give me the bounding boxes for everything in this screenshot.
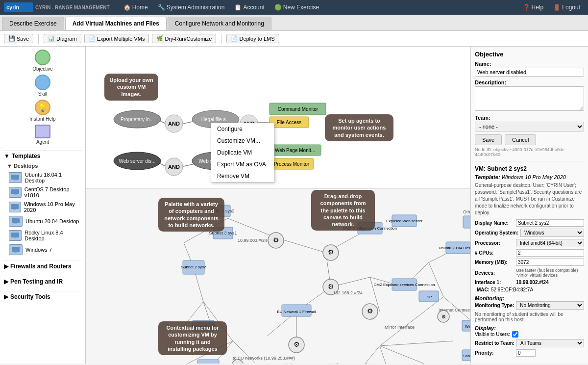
- svg-line-72: [380, 341, 453, 346]
- nav-account[interactable]: 📋 Account: [230, 3, 268, 12]
- desktops-toggle[interactable]: ▼Desktops: [7, 161, 82, 170]
- svg-text:Web Page Monit...: Web Page Monit...: [275, 148, 315, 153]
- vm-icon: [9, 202, 21, 212]
- save-button[interactable]: 💾 Save: [4, 34, 33, 43]
- priority-input[interactable]: [516, 349, 536, 357]
- vm-memory-row: Memory (MB):: [475, 259, 584, 266]
- svg-text:ISP: ISP: [426, 295, 432, 299]
- firewalls-section: ▶Firewalls and Routers: [0, 259, 85, 274]
- objective-save-button[interactable]: Save: [475, 134, 502, 145]
- nav-help[interactable]: ❓ Help: [519, 3, 548, 12]
- vm-section: VM: Subnet 2 sys2 Template: Windows 10 P…: [475, 165, 584, 357]
- firewalls-toggle[interactable]: ▶Firewalls and Routers: [3, 261, 82, 272]
- context-duplicate-vm[interactable]: Duplicate VM: [211, 147, 274, 158]
- svg-text:Proprietary in...: Proprietary in...: [121, 117, 154, 122]
- priority-row: Priority:: [475, 349, 584, 357]
- svg-rect-10: [11, 233, 19, 237]
- context-remove-vm[interactable]: Remove VM: [211, 170, 274, 182]
- vm-os-select[interactable]: Windows: [520, 229, 584, 237]
- svg-rect-8: [12, 218, 20, 223]
- visible-users-checkbox[interactable]: [512, 331, 518, 338]
- nav-logout[interactable]: 🚪 Logout: [549, 3, 584, 12]
- svg-rect-106: [463, 216, 470, 228]
- visible-users-row: Visible to Users:: [475, 331, 584, 338]
- vm-mac-row: MAC: 52:9E:CF:B4:82:7A: [475, 287, 584, 292]
- objective-name-input[interactable]: [475, 68, 584, 77]
- objective-description-textarea[interactable]: [475, 86, 584, 111]
- nav-home[interactable]: 🏠 Home: [120, 3, 152, 12]
- security-tools-toggle[interactable]: ▶Security Tools: [3, 291, 82, 302]
- svg-rect-6: [11, 204, 19, 209]
- vm-icon: [9, 172, 22, 183]
- logo: cyrin CYRIN - RANGE MANAGEMENT: [4, 2, 110, 12]
- list-item-centos7[interactable]: CentOS 7 Desktop v1810: [7, 185, 82, 200]
- instant-help-icon-item[interactable]: 💡 Instant Help: [4, 100, 81, 122]
- svg-rect-2: [11, 175, 19, 180]
- objective-cancel-button[interactable]: Cancel: [505, 134, 536, 145]
- dry-run-button[interactable]: 🌿 Dry-Run/Customize: [152, 34, 216, 43]
- tab-describe-exercise[interactable]: Describe Exercise: [2, 17, 64, 30]
- context-configure[interactable]: Configure: [211, 123, 274, 135]
- right-panel: Objective Name: Description: Team: - non…: [470, 47, 588, 364]
- agent-icon-item[interactable]: Agent: [4, 125, 81, 145]
- list-item-ubuntu1804[interactable]: Ubuntu 18.04.1 Desktop: [7, 170, 82, 185]
- vm-processor-row: Processor: Intel amd64 (64-bit): [475, 239, 584, 247]
- templates-toggle[interactable]: ▼Templates: [3, 150, 82, 161]
- list-item-ubuntu2004[interactable]: Ubuntu 20.04 Desktop: [7, 214, 82, 228]
- context-export-ova[interactable]: Export VM as OVA: [211, 158, 274, 170]
- objective-icon: [35, 50, 50, 65]
- top-nav-links: 🏠 Home 🔧 System Administration 📋 Account…: [120, 3, 519, 12]
- vm-processor-select[interactable]: Intel amd64 (64-bit): [516, 239, 584, 247]
- tab-configure-network[interactable]: Configure Network and Monitoring: [168, 17, 271, 30]
- list-item-rocky84[interactable]: Rocky Linux 8.4 Desktop: [7, 228, 82, 243]
- svg-rect-5: [14, 194, 17, 195]
- vm-cpus-row: # CPUs:: [475, 249, 584, 257]
- objective-icon-item[interactable]: Objective: [4, 50, 81, 72]
- toolbar-separator: [38, 34, 39, 44]
- vm-description: General-purpose desktop. User: 'CYRIN Us…: [475, 182, 584, 216]
- security-tools-section: ▶Security Tools: [0, 289, 85, 304]
- svg-text:Command Monitor: Command Monitor: [278, 106, 318, 112]
- objective-svg: Proprietary in... AND Illegal file a... …: [86, 47, 470, 189]
- vm-cpus-input[interactable]: [516, 249, 584, 257]
- objective-team-row: Team: - none -: [475, 115, 584, 131]
- export-multiple-vms-button[interactable]: 📄 Export Multiple VMs: [84, 34, 149, 43]
- svg-line-70: [380, 346, 390, 364]
- canvas-area[interactable]: Proprietary in... AND Illegal file a... …: [86, 47, 470, 364]
- objective-section: Objective Name: Description: Team: - non…: [475, 51, 584, 157]
- deploy-lms-button[interactable]: 📄 Deploy to LMS: [226, 34, 279, 43]
- vm-icon: [9, 187, 22, 198]
- svg-text:Process Monitor: Process Monitor: [274, 161, 310, 167]
- svg-text:cyrin: cyrin: [6, 4, 20, 10]
- svg-text:Subnet 3 sys2: Subnet 3 sys2: [206, 209, 234, 213]
- pen-testing-toggle[interactable]: ▶Pen Testing and IR: [3, 276, 82, 287]
- svg-rect-3: [14, 180, 17, 181]
- network-canvas[interactable]: Subnet 3 sys2 Subnet 3 sys1 ⚙ ⚙ ⚙ ⚙ ⚙: [86, 189, 470, 364]
- svg-text:Snort (IDS): Snort (IDS): [463, 354, 470, 358]
- top-nav: cyrin CYRIN - RANGE MANAGEMENT 🏠 Home 🔧 …: [0, 0, 588, 15]
- skill-icon-item[interactable]: Skill: [4, 75, 81, 97]
- vm-display-name-input[interactable]: [516, 219, 584, 227]
- svg-text:Windows: Windows: [465, 324, 470, 329]
- list-item-windows7[interactable]: Windows 7: [7, 243, 82, 257]
- svg-line-49: [277, 238, 326, 253]
- nav-sysadmin[interactable]: 🔧 System Administration: [154, 3, 229, 12]
- vm-memory-input[interactable]: [516, 259, 584, 266]
- svg-text:Exposed Web server: Exposed Web server: [386, 219, 422, 223]
- network-svg: Subnet 3 sys2 Subnet 3 sys1 ⚙ ⚙ ⚙ ⚙ ⚙: [86, 189, 470, 364]
- diagram-button[interactable]: 📊 Diagram: [44, 34, 81, 43]
- monitoring-type-select[interactable]: No Monitoring: [516, 301, 584, 310]
- objective-btn-row: Save Cancel: [475, 134, 584, 145]
- nav-new-exercise[interactable]: 🟢 New Exercise: [270, 3, 323, 12]
- restrict-team-select[interactable]: All Teams: [516, 339, 584, 347]
- vm-icon: [9, 230, 22, 241]
- svg-text:Subnet 3 sys1: Subnet 3 sys1: [209, 231, 237, 235]
- svg-rect-7: [13, 209, 16, 210]
- svg-rect-9: [14, 223, 17, 224]
- objective-team-select[interactable]: - none -: [475, 122, 584, 131]
- objective-node-id: Node ID: objective-4000-017d-10e954df-a0…: [475, 147, 584, 157]
- list-item-windows10[interactable]: Windows 10 Pro May 2020: [7, 200, 82, 214]
- context-customize-vm[interactable]: Customize VM...: [211, 135, 274, 147]
- svg-text:⚙: ⚙: [441, 314, 446, 319]
- tab-add-vms[interactable]: Add Virtual Machines and Files: [65, 17, 167, 30]
